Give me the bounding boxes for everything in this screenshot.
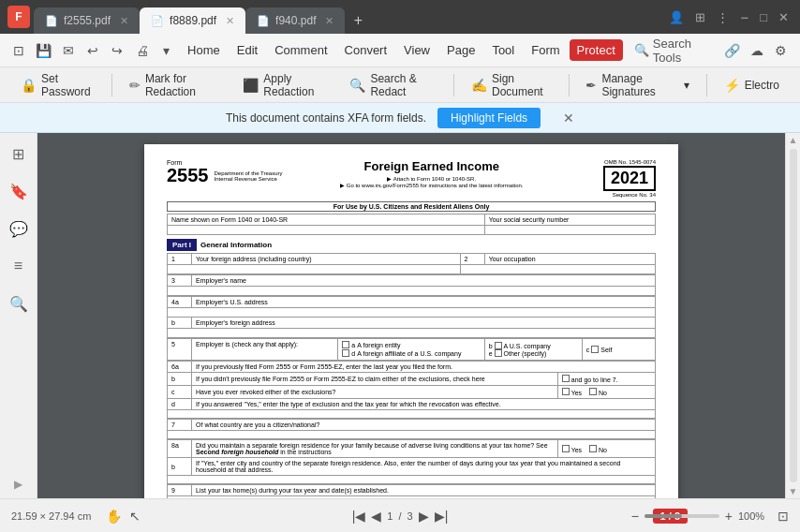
window-controls: 👤 ⊞ ⋮ − □ ✕ — [665, 9, 793, 25]
search-redact-label: Search & Redact — [370, 72, 437, 98]
highlight-fields-button[interactable]: Highlight Fields — [437, 108, 541, 128]
ssn-label: Your social security number — [484, 214, 655, 226]
close-button[interactable]: ✕ — [775, 10, 793, 24]
more-icon[interactable]: ⋮ — [713, 10, 733, 24]
row5e-checkbox[interactable] — [495, 349, 502, 357]
row5b-checkbox[interactable] — [495, 342, 502, 349]
home-icon[interactable]: ⊡ — [7, 37, 30, 64]
scroll-up-button[interactable]: ▲ — [787, 133, 800, 147]
save-icon[interactable]: 💾 — [32, 37, 54, 64]
menu-convert[interactable]: Convert — [337, 39, 395, 61]
zoom-slider[interactable] — [644, 514, 719, 518]
internal-revenue-label: Internal Revenue Service — [215, 176, 283, 182]
row8a-yes-label: Yes — [571, 447, 582, 453]
sidebar-layers-icon[interactable]: ≡ — [6, 253, 32, 279]
add-tab-button[interactable]: + — [345, 7, 371, 34]
apply-redaction-button[interactable]: ⬛ Apply Redaction — [233, 67, 336, 103]
xfa-close-button[interactable]: ✕ — [563, 111, 574, 126]
row5c-checkbox[interactable] — [591, 346, 599, 353]
department-info: Department of the Treasury Internal Reve… — [215, 170, 283, 182]
dropdown-icon[interactable]: ▾ — [156, 37, 178, 64]
zoom-out-button[interactable]: − — [631, 509, 639, 524]
row8a-yes-checkbox[interactable] — [562, 445, 570, 452]
menu-form[interactable]: Form — [524, 39, 567, 61]
prev-page-button[interactable]: ◀ — [371, 509, 381, 524]
menu-view[interactable]: View — [396, 39, 437, 61]
pdf-viewer: Form 2555 Department of the Treasury Int… — [37, 133, 785, 498]
email-icon[interactable]: ✉ — [57, 37, 80, 64]
sign-document-button[interactable]: ✍ Sign Document — [462, 67, 561, 103]
tab-f940[interactable]: 📄 f940.pdf ✕ — [245, 7, 345, 34]
row6b-num: b — [168, 373, 192, 386]
manage-signatures-button[interactable]: ✒ Manage Signatures ▾ — [576, 67, 698, 103]
menu-tool[interactable]: Tool — [484, 39, 522, 61]
fit-page-button[interactable]: ⊡ — [778, 509, 789, 524]
row6c-yes-checkbox[interactable] — [562, 388, 570, 395]
row6b-right-text: and go to line 7. — [571, 377, 618, 383]
zoom-slider-fill — [644, 514, 682, 518]
row7-num: 7 — [168, 420, 192, 431]
tab-f8889[interactable]: 📄 f8889.pdf ✕ — [140, 7, 245, 34]
sidebar-bookmark-icon[interactable]: 🔖 — [6, 178, 32, 204]
hand-tool-icon[interactable]: ✋ — [106, 509, 122, 524]
sidebar-search-icon[interactable]: 🔍 — [6, 290, 32, 317]
menu-edit[interactable]: Edit — [230, 39, 265, 61]
maximize-button[interactable]: □ — [756, 10, 771, 24]
last-page-button[interactable]: ▶| — [435, 509, 449, 524]
share-icon[interactable]: 🔗 — [720, 37, 743, 64]
cursor-tool-icon[interactable]: ↖ — [129, 509, 141, 524]
cloud-icon[interactable]: ☁ — [745, 37, 767, 64]
row6c-text: Have you ever revoked either of the excl… — [192, 386, 558, 399]
row5a-text: A foreign entity — [357, 342, 400, 348]
search-tools-button[interactable]: 🔍 Search Tools — [627, 33, 719, 68]
page-input[interactable]: 1 — [387, 510, 393, 522]
separator-3 — [569, 74, 570, 96]
tab-f2555-close[interactable]: ✕ — [120, 15, 128, 27]
row5a-checkbox[interactable] — [342, 341, 349, 348]
menu-protect[interactable]: Protect — [570, 39, 623, 61]
electro-button[interactable]: ⚡ Electro — [715, 73, 789, 97]
tab-f2555[interactable]: 📄 f2555.pdf ✕ — [34, 7, 140, 34]
grid-icon[interactable]: ⊞ — [691, 10, 709, 24]
row5c-cell: c Self — [586, 346, 613, 353]
menu-comment[interactable]: Comment — [267, 39, 334, 61]
row8b-field — [168, 476, 656, 484]
minimize-button[interactable]: − — [736, 9, 752, 25]
xfa-banner: This document contains XFA form fields. … — [0, 103, 800, 133]
row8a-text-label: Did you maintain a separate foreign resi… — [196, 442, 547, 455]
zoom-level-label: 100% — [738, 510, 772, 522]
right-scrollbar[interactable]: ▲ ▼ — [785, 133, 800, 498]
search-redact-button[interactable]: 🔍 Search & Redact — [340, 67, 446, 103]
zoom-in-button[interactable]: + — [725, 509, 733, 524]
settings-icon[interactable]: ⚙ — [770, 37, 793, 64]
row9-table: 9 List your tax home(s) during your tax … — [167, 484, 656, 498]
row5d-checkbox[interactable] — [342, 349, 349, 357]
menu-page[interactable]: Page — [439, 39, 482, 61]
mark-redaction-button[interactable]: ✏ Mark for Redaction — [120, 67, 230, 103]
row6a-text: If you previously filed Form 2555 or For… — [192, 362, 656, 373]
row5d-cell: d A foreign affiliate of a U.S. company — [342, 349, 461, 357]
menu-home[interactable]: Home — [180, 39, 228, 61]
scroll-thumb[interactable] — [790, 149, 797, 482]
undo-icon[interactable]: ↩ — [81, 37, 104, 64]
row1-text: Your foreign address (including country) — [192, 254, 461, 265]
search-redact-icon: 🔍 — [349, 78, 365, 93]
sidebar-collapse-arrow[interactable]: ▶ — [14, 478, 22, 491]
row6c-no-checkbox[interactable] — [589, 388, 597, 395]
redo-icon[interactable]: ↪ — [106, 37, 128, 64]
row8a-no-checkbox[interactable] — [589, 445, 597, 452]
tab-f8889-close[interactable]: ✕ — [226, 15, 234, 27]
sidebar-comment-icon[interactable]: 💬 — [6, 215, 32, 242]
row8a-num: 8a — [168, 440, 192, 458]
sidebar-thumbnails-icon[interactable]: ⊞ — [6, 140, 32, 167]
scroll-down-button[interactable]: ▼ — [787, 484, 800, 498]
user-icon[interactable]: 👤 — [665, 10, 688, 24]
bottom-bar: 21.59 × 27.94 cm ✋ ↖ |◀ ◀ 1 / 3 ▶ ▶| 1 /… — [0, 498, 800, 532]
row6b-checkbox[interactable] — [562, 375, 570, 382]
first-page-button[interactable]: |◀ — [352, 509, 366, 524]
row5b-text: A U.S. company — [504, 343, 551, 349]
set-password-button[interactable]: 🔒 Set Password — [11, 67, 104, 103]
next-page-button[interactable]: ▶ — [419, 509, 429, 524]
tab-f940-close[interactable]: ✕ — [325, 15, 333, 27]
print-icon[interactable]: 🖨 — [130, 37, 153, 64]
